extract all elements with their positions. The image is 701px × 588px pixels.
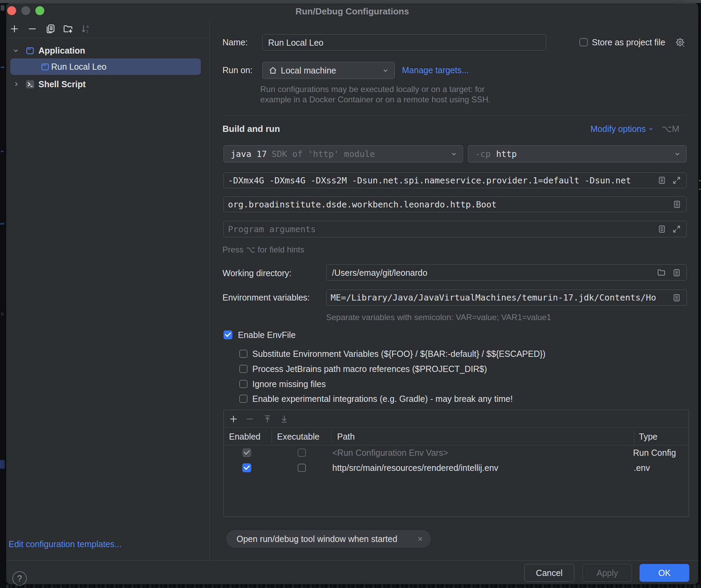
environment-variables-value: ME=/Library/Java/JavaVirtualMachines/tem… bbox=[331, 293, 660, 303]
browse-class-list-button[interactable] bbox=[673, 200, 681, 209]
apply-button[interactable]: Apply bbox=[583, 564, 632, 582]
folder-icon bbox=[657, 268, 666, 277]
classpath-prefix: -cp bbox=[475, 149, 491, 159]
row-type: .env bbox=[634, 462, 650, 474]
experimental-integrations-checkbox[interactable] bbox=[239, 395, 248, 403]
jdk-select[interactable]: java 17 SDK of 'http' module bbox=[223, 145, 463, 162]
substitute-env-variables-label: Substitute Environment Variables (${FOO}… bbox=[252, 348, 545, 360]
chevron-down-icon bbox=[381, 66, 390, 75]
sidebar-content-divider bbox=[209, 21, 210, 560]
enable-envfile-checkbox[interactable] bbox=[223, 330, 232, 339]
chevron-right-icon[interactable] bbox=[12, 80, 21, 88]
table-row[interactable]: <Run Configuration Env Vars> Run Config bbox=[224, 445, 689, 460]
tree-group-shell-script[interactable]: Shell Script bbox=[6, 76, 209, 92]
new-folder-button[interactable] bbox=[62, 23, 73, 34]
add-icon bbox=[9, 23, 20, 34]
run-on-label: Run on: bbox=[222, 64, 253, 76]
vm-options-input[interactable]: -DXmx4G -DXms4G -DXss2M -Dsun.net.spi.na… bbox=[223, 172, 687, 188]
tree-item-run-local-leo[interactable]: Run Local Leo bbox=[10, 58, 201, 75]
application-icon bbox=[41, 62, 50, 71]
jdk-suffix: SDK of 'http' module bbox=[272, 149, 375, 159]
environment-variables-label: Environment variables: bbox=[222, 292, 310, 303]
ignore-missing-files-checkbox[interactable] bbox=[239, 380, 248, 388]
edit-configuration-templates-link[interactable]: Edit configuration templates... bbox=[9, 538, 122, 550]
run-on-hint-line2: example in a Docker Container or on a re… bbox=[260, 94, 491, 105]
table-move-up-button[interactable] bbox=[262, 414, 273, 424]
program-arguments-input[interactable]: Program arguments bbox=[223, 221, 687, 237]
name-label: Name: bbox=[222, 36, 248, 48]
close-icon[interactable] bbox=[416, 535, 424, 543]
tree-item-label: Application bbox=[38, 46, 85, 56]
table-row[interactable]: http/src/main/resources/rendered/intelli… bbox=[224, 460, 689, 475]
row-path: http/src/main/resources/rendered/intelli… bbox=[332, 462, 498, 474]
table-move-down-button[interactable] bbox=[279, 414, 289, 424]
row-type: Run Config bbox=[633, 447, 676, 459]
vm-options-value: -DXmx4G -DXms4G -DXss2M -Dsun.net.spi.na… bbox=[228, 176, 650, 185]
expand-field-button[interactable] bbox=[672, 176, 681, 185]
classpath-select[interactable]: -cp http bbox=[468, 145, 687, 162]
macros-list-button[interactable] bbox=[672, 268, 681, 277]
row-executable-checkbox[interactable] bbox=[298, 464, 306, 472]
run-debug-configurations-dialog: Run/Debug Configurations a z bbox=[6, 3, 698, 584]
row-enabled-checkbox[interactable] bbox=[242, 463, 251, 472]
screen: Run/Debug Configurations a z bbox=[0, 0, 701, 588]
move-down-icon bbox=[279, 414, 289, 424]
environment-variables-input[interactable]: ME=/Library/Java/JavaVirtualMachines/tem… bbox=[326, 290, 687, 306]
browse-folder-button[interactable] bbox=[657, 268, 666, 277]
store-as-project-file-checkbox[interactable] bbox=[579, 38, 588, 46]
working-directory-label: Working directory: bbox=[222, 267, 291, 279]
background-editor-sliver-right bbox=[698, 3, 701, 584]
store-settings-gear-button[interactable] bbox=[674, 36, 686, 48]
remove-configuration-button[interactable] bbox=[27, 23, 38, 34]
remove-icon bbox=[27, 23, 38, 34]
working-directory-input[interactable]: /Users/emay/git/leonardo bbox=[326, 264, 687, 281]
chevron-down-icon[interactable] bbox=[12, 46, 20, 55]
column-header-executable: Executable bbox=[277, 431, 320, 442]
name-input[interactable]: Run Local Leo bbox=[262, 34, 546, 50]
process-path-macro-checkbox[interactable] bbox=[239, 365, 248, 373]
expand-field-button[interactable] bbox=[672, 224, 681, 234]
table-add-button[interactable] bbox=[228, 414, 239, 424]
move-up-icon bbox=[262, 414, 273, 424]
expand-list-icon-button[interactable] bbox=[657, 176, 666, 185]
main-class-input[interactable]: org.broadinstitute.dsde.workbench.leonar… bbox=[223, 196, 687, 212]
enable-envfile-label: Enable EnvFile bbox=[238, 329, 296, 341]
experimental-integrations-label: Enable experimental integrations (e.g. G… bbox=[252, 393, 513, 405]
process-path-macro-label: Process JetBrains path macro references … bbox=[252, 363, 487, 375]
row-enabled-checkbox[interactable] bbox=[242, 448, 251, 457]
sort-alphabetically-button[interactable]: a z bbox=[80, 23, 91, 34]
tree-item-label: Run Local Leo bbox=[51, 62, 106, 72]
expand-list-icon-button[interactable] bbox=[657, 225, 666, 234]
ok-button[interactable]: OK bbox=[640, 564, 689, 582]
copy-configuration-button[interactable] bbox=[45, 23, 56, 34]
add-icon bbox=[228, 414, 239, 424]
sidebar-toolbar-divider bbox=[6, 38, 209, 38]
substitute-env-variables-checkbox[interactable] bbox=[239, 350, 248, 358]
table-remove-button[interactable] bbox=[244, 414, 255, 424]
main-class-value: org.broadinstitute.dsde.workbench.leonar… bbox=[228, 200, 664, 210]
run-on-value: Local machine bbox=[281, 65, 336, 76]
copy-icon bbox=[45, 23, 56, 34]
manage-targets-link[interactable]: Manage targets... bbox=[402, 64, 469, 76]
run-on-hint-line1: Run configurations may be executed local… bbox=[260, 84, 485, 94]
run-on-select[interactable]: Local machine bbox=[262, 62, 395, 79]
jdk-value: java 17 bbox=[231, 149, 267, 159]
cancel-button[interactable]: Cancel bbox=[524, 564, 574, 582]
application-icon bbox=[25, 46, 35, 55]
before-launch-chip[interactable]: Open run/debug tool window when started bbox=[226, 530, 431, 548]
help-button[interactable]: ? bbox=[12, 571, 27, 586]
row-executable-checkbox[interactable] bbox=[298, 449, 306, 457]
background-window-edge bbox=[0, 0, 701, 3]
tree-group-application[interactable]: Application bbox=[6, 43, 209, 58]
gear-icon bbox=[674, 36, 686, 48]
list-icon bbox=[672, 268, 681, 277]
edit-variables-button[interactable] bbox=[672, 293, 681, 302]
ignore-missing-files-label: Ignore missing files bbox=[252, 378, 326, 390]
modify-options-link[interactable]: Modify options bbox=[590, 123, 655, 135]
column-header-type: Type bbox=[639, 431, 657, 442]
add-configuration-button[interactable] bbox=[9, 23, 20, 34]
new-folder-icon bbox=[62, 23, 73, 34]
store-as-project-file-label: Store as project file bbox=[592, 36, 665, 48]
shell-script-icon bbox=[25, 80, 35, 89]
svg-text:z: z bbox=[86, 29, 88, 34]
